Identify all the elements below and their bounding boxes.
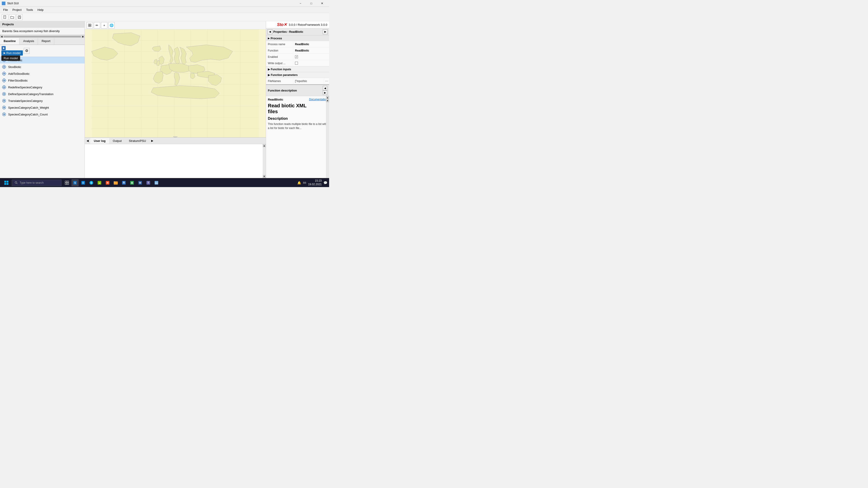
taskbar-search-box[interactable]: Type here to search [12,180,61,186]
writeoutput-checkbox[interactable] [295,62,298,65]
right-panel-header: ◀ Properties - ReadBiotic ▶ [266,28,329,35]
process-section-header[interactable]: ▶ Process [266,35,329,41]
process-section-label: Process [271,37,282,40]
writeoutput-checkbox-cell[interactable] [293,61,300,66]
settings-button[interactable]: ⚙ [24,48,30,54]
tab-analysis[interactable]: Analysis [20,38,38,44]
main-content: Projects Barents Sea ecosystem survey fi… [0,21,329,178]
process-item-filterstoxbiotic[interactable]: FilterStoxBiotic [0,77,85,84]
bottom-tab-output[interactable]: Output [109,138,125,144]
taskbar-r-icon[interactable]: R [120,179,127,186]
bottom-tabs-next[interactable]: ▶ [150,138,155,144]
menu-tools[interactable]: Tools [24,7,35,12]
func-desc-prev-button[interactable]: ◀ [323,86,327,90]
function-description-header: Function description ◀ ▶ [266,85,329,96]
bottom-tabs-bar: ◀ User log Output Stratum/PSU ▶ [85,138,266,144]
props-value-function: ReadBiotic [293,48,329,53]
close-button[interactable]: ✕ [317,0,327,7]
taskbar-rstudio-icon[interactable]: RS [153,179,160,186]
svg-point-39 [3,93,5,95]
bottom-tabs-prev[interactable]: ◀ [85,138,90,144]
right-scrollbar-v[interactable]: ▲ ▼ [326,96,329,178]
svg-rect-48 [88,26,90,27]
enabled-checkbox[interactable] [295,55,298,58]
process-section: ▶ Process Process name ReadBiotic Functi… [266,35,329,67]
func-desc-next-button[interactable]: ▶ [323,90,327,95]
menu-file[interactable]: File [1,7,10,12]
taskbar-start-button[interactable] [2,179,11,186]
props-row-writeoutput: Write output ... [266,60,329,66]
tab-report[interactable]: Report [38,38,54,44]
maximize-button[interactable]: □ [306,0,316,7]
svg-rect-72 [6,181,8,183]
process-item-stoxbiotic[interactable]: StoxBiotic [0,64,85,70]
func-desc-body: This function reads multiple biotic file… [268,122,327,130]
taskbar-photos-icon[interactable] [104,179,111,186]
run-model-tooltip: Run model [1,56,20,61]
open-folder-button[interactable] [9,14,16,20]
scroll-right-arrow[interactable]: ▶ [81,35,85,38]
filenames-more-button[interactable]: ⋯ [324,78,329,84]
map-edit-button[interactable]: ✏ [94,22,100,29]
play-icon[interactable] [1,46,6,51]
process-item-translatespeciescategory[interactable]: TranslateSpeciesCategory [0,97,85,104]
svg-point-33 [3,87,5,88]
menu-project[interactable]: Project [10,7,24,12]
bottom-tab-userlog[interactable]: User log [90,138,109,144]
svg-text:M: M [99,182,100,184]
run-toolbar: Run model Run model ⚙ [0,45,85,57]
taskbar-taskview-icon[interactable] [63,179,70,186]
tab-baseline[interactable]: Baseline [0,38,20,44]
taskbar-outlook-icon[interactable]: O [80,179,87,186]
process-item-speciescategorycatch-count[interactable]: SpeciesCategoryCatch_Count [0,111,85,118]
taskbar-explorer-icon[interactable] [112,179,119,186]
process-item-addtostoxbiotic[interactable]: AddToStoxBiotic [0,70,85,77]
save-icon [18,15,21,19]
filenames-row: FileNames ["input/bio ⋯ [266,78,329,84]
menu-help[interactable]: Help [35,7,46,12]
process-icon-translatespeciescategory [2,98,6,103]
notification-icon[interactable]: 🔔 [297,181,301,185]
scroll-track [263,147,266,175]
stox-header: Sto✕ 3.0.0 / RstoxFramework 3.0.0 [266,21,329,28]
svg-text:T: T [148,182,149,184]
function-parameters-header[interactable]: ▶ Function parameters [266,72,329,78]
right-scroll-down[interactable]: ▼ [326,99,329,102]
right-scroll-up[interactable]: ▲ [326,96,329,99]
save-button[interactable] [16,14,23,20]
bottom-content: ▲ ▼ [85,144,266,178]
horizontal-scrollbar[interactable]: ◀ ▶ [0,35,85,38]
taskbar-app1-icon[interactable]: S [71,179,79,186]
nav-forward-button[interactable]: ▶ [323,29,328,34]
scroll-up-arrow[interactable]: ▲ [263,144,266,147]
enabled-checkbox-cell[interactable] [293,55,300,59]
func-desc-doc-link[interactable]: Documentation [309,98,327,101]
scroll-thumb-h[interactable] [4,36,81,37]
map-globe-button[interactable]: 🌐 [108,22,115,29]
scroll-down-arrow[interactable]: ▼ [263,175,266,178]
map-add-button[interactable]: + [101,22,107,29]
action-center-icon[interactable]: 💬 [323,181,327,185]
function-inputs-header[interactable]: ▶ Function inputs [266,67,329,72]
bottom-scrollbar-v[interactable]: ▲ ▼ [263,144,266,178]
taskbar-store-icon[interactable]: M [96,179,103,186]
keyboard-icon[interactable]: BB [303,182,306,184]
new-file-button[interactable] [2,14,8,20]
bottom-tab-stratumpsu[interactable]: Stratum/PSU [125,138,150,144]
process-item-definespeciescategorytranslation[interactable]: DefineSpeciesCategoryTranslation [0,91,85,97]
svg-text:RS: RS [155,182,158,184]
minimize-button[interactable]: − [295,0,306,7]
svg-point-27 [3,80,5,81]
filenames-value: ["input/bio [293,78,324,84]
map-zoom-fit-button[interactable] [87,22,93,29]
nav-back-button[interactable]: ◀ [268,29,272,34]
taskbar-maps-icon[interactable] [128,179,135,186]
title-bar: StoX GUI − □ ✕ [0,0,329,7]
run-model-button[interactable]: Run model [1,51,23,56]
taskbar-word-icon[interactable]: W [136,179,144,186]
process-item-redefinespeciescategory[interactable]: RedefineSpeciesCategory [0,84,85,91]
taskbar-teams-icon[interactable]: T [145,179,152,186]
scroll-left-arrow[interactable]: ◀ [0,35,3,38]
process-item-speciescategorycatch-weight[interactable]: SpeciesCategoryCatch_Weight [0,104,85,111]
taskbar-skype-icon[interactable]: S [88,179,95,186]
